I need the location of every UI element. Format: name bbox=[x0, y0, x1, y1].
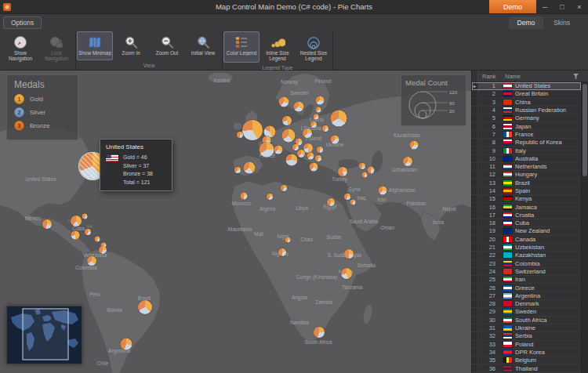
medal-pie-marker[interactable] bbox=[359, 163, 365, 169]
table-row[interactable]: 17Croatia bbox=[472, 212, 581, 219]
medal-pie-marker[interactable] bbox=[331, 110, 347, 127]
medal-pie-marker[interactable] bbox=[85, 229, 91, 235]
table-row[interactable]: 15Kenya bbox=[472, 195, 581, 203]
table-row[interactable]: 12Hungary bbox=[472, 171, 581, 179]
table-row[interactable]: 27Argentina bbox=[472, 292, 581, 300]
medal-pie-marker[interactable] bbox=[341, 268, 352, 279]
table-row[interactable]: 33Poland bbox=[472, 341, 581, 349]
medal-pie-marker[interactable] bbox=[99, 246, 107, 254]
table-row[interactable]: 7France bbox=[472, 131, 581, 139]
medal-pie-marker[interactable] bbox=[82, 214, 88, 219]
medal-pie-marker[interactable] bbox=[71, 231, 80, 240]
medal-pie-marker[interactable] bbox=[138, 300, 152, 314]
table-row[interactable]: 32Serbia bbox=[472, 332, 581, 340]
medal-pie-marker[interactable] bbox=[234, 167, 241, 173]
initial-view-button[interactable]: Initial View bbox=[185, 31, 221, 60]
table-row[interactable]: 35Belgium bbox=[472, 357, 581, 364]
medal-pie-marker[interactable] bbox=[314, 114, 319, 120]
table-row[interactable]: 19New Zealand bbox=[472, 227, 581, 235]
medal-pie-marker[interactable] bbox=[274, 146, 283, 154]
minimap[interactable] bbox=[6, 306, 82, 364]
table-row[interactable]: 9Italy bbox=[472, 147, 581, 154]
table-row[interactable]: 28Denmark bbox=[472, 300, 581, 308]
medal-pie-marker[interactable] bbox=[244, 162, 256, 174]
medal-pie-marker[interactable] bbox=[87, 256, 96, 266]
map-canvas[interactable]: IcelandNorwayFinlandSwedenLatviaLithuani… bbox=[0, 71, 471, 373]
nested-size-legend-button[interactable]: Nested Size Legend bbox=[296, 31, 332, 63]
medal-pie-marker[interactable] bbox=[281, 185, 287, 191]
table-row[interactable]: 23Colombia bbox=[472, 260, 581, 268]
medal-pie-marker[interactable] bbox=[297, 150, 305, 158]
medal-pie-marker[interactable] bbox=[267, 194, 273, 200]
table-row[interactable]: 3China bbox=[472, 99, 581, 107]
medal-pie-marker[interactable] bbox=[316, 96, 325, 105]
minimize-button[interactable]: ─ bbox=[536, 0, 554, 13]
medal-pie-marker[interactable] bbox=[314, 327, 325, 338]
medal-pie-marker[interactable] bbox=[338, 167, 347, 176]
medal-pie-marker[interactable] bbox=[42, 219, 52, 229]
medal-pie-marker[interactable] bbox=[294, 102, 304, 112]
zoom-in-button[interactable]: Zoom In bbox=[113, 31, 149, 60]
medal-pie-marker[interactable] bbox=[303, 129, 312, 138]
table-row[interactable]: 11Netherlands bbox=[472, 163, 581, 171]
medal-pie-marker[interactable] bbox=[315, 155, 321, 161]
table-row[interactable]: 31Ukraine bbox=[472, 324, 581, 332]
medal-pie-marker[interactable] bbox=[278, 248, 286, 256]
table-row[interactable]: 36Thailand bbox=[472, 364, 581, 372]
medal-pie-marker[interactable] bbox=[241, 193, 248, 200]
medal-pie-marker[interactable] bbox=[322, 125, 328, 132]
table-row[interactable]: 13Brazil bbox=[472, 179, 581, 187]
medal-pie-marker[interactable] bbox=[242, 120, 263, 140]
medal-pie-marker[interactable] bbox=[316, 107, 321, 113]
medal-pie-marker[interactable] bbox=[95, 237, 100, 242]
show-minimap-button[interactable]: Show Minimap bbox=[77, 31, 113, 60]
color-legend-button[interactable]: Color Legend bbox=[223, 31, 260, 63]
medal-pie-marker[interactable] bbox=[310, 121, 317, 128]
table-row[interactable]: 20Canada bbox=[472, 236, 581, 244]
medal-pie-marker[interactable] bbox=[292, 144, 299, 150]
demo-badge[interactable]: Demo bbox=[489, 0, 536, 13]
medal-pie-marker[interactable] bbox=[279, 97, 289, 107]
medal-pie-marker[interactable] bbox=[303, 143, 313, 153]
medal-pie-marker[interactable] bbox=[344, 194, 350, 200]
table-row[interactable]: 2Great Britain bbox=[472, 90, 581, 98]
table-row[interactable]: 24Switzerland bbox=[472, 268, 581, 276]
filter-icon[interactable] bbox=[570, 74, 581, 79]
table-row[interactable]: 18Cuba bbox=[472, 219, 581, 227]
table-row[interactable]: 29Sweden bbox=[472, 308, 581, 316]
table-row[interactable]: 34DPR Korea bbox=[472, 349, 581, 357]
table-row[interactable]: 16Jamaica bbox=[472, 203, 581, 211]
medal-pie-marker[interactable] bbox=[71, 215, 82, 226]
table-row[interactable]: 10Australia bbox=[472, 155, 581, 163]
table-row[interactable]: 30South Africa bbox=[472, 317, 581, 324]
medal-pie-marker[interactable] bbox=[237, 132, 243, 138]
medal-pie-marker[interactable] bbox=[379, 186, 387, 195]
medal-pie-marker[interactable] bbox=[282, 116, 292, 125]
medal-pie-marker[interactable] bbox=[282, 129, 296, 143]
medal-pie-marker[interactable] bbox=[331, 136, 339, 144]
scrollbar-thumb[interactable] bbox=[583, 84, 587, 176]
table-row[interactable]: 21Uzbekistan bbox=[472, 244, 581, 252]
table-row[interactable]: 6Japan bbox=[472, 122, 581, 130]
table-row[interactable]: 4Russian Federation bbox=[472, 107, 581, 114]
medal-pie-marker[interactable] bbox=[410, 141, 419, 150]
medal-pie-marker[interactable] bbox=[310, 163, 318, 172]
medal-pie-marker[interactable] bbox=[344, 249, 354, 259]
grid-scrollbar[interactable] bbox=[581, 82, 588, 373]
table-row[interactable]: 8Republic of Korea bbox=[472, 139, 581, 147]
table-row[interactable]: ►1United States bbox=[472, 82, 581, 90]
name-column-header[interactable]: Name bbox=[500, 73, 570, 80]
table-row[interactable]: 25Iran bbox=[472, 276, 581, 284]
medal-pie-marker[interactable] bbox=[368, 167, 375, 174]
medal-pie-marker[interactable] bbox=[317, 147, 323, 153]
options-button[interactable]: Options bbox=[3, 16, 42, 29]
medal-pie-marker[interactable] bbox=[307, 153, 314, 160]
medal-pie-marker[interactable] bbox=[121, 339, 132, 350]
table-row[interactable]: 22Kazakhstan bbox=[472, 252, 581, 259]
ribbon-tab-demo[interactable]: Demo bbox=[509, 16, 544, 29]
medal-pie-marker[interactable] bbox=[350, 200, 356, 205]
medal-pie-marker[interactable] bbox=[286, 154, 298, 166]
medal-pie-marker[interactable] bbox=[403, 157, 412, 166]
show-navigation-panel-button[interactable]: Show Navigation Panel bbox=[2, 31, 38, 63]
ribbon-tab-skins[interactable]: Skins bbox=[545, 16, 579, 29]
